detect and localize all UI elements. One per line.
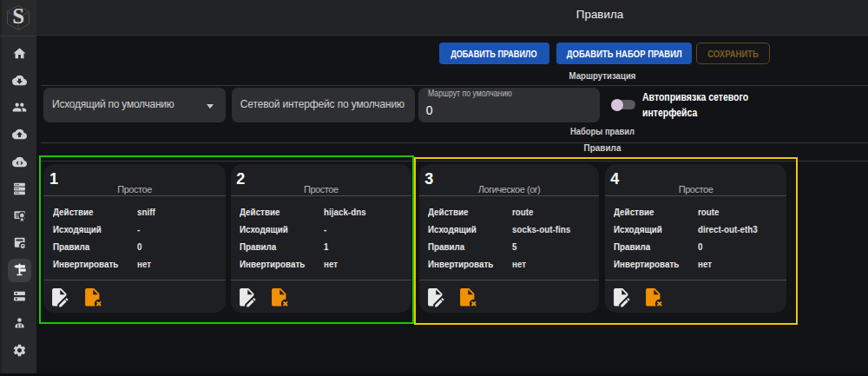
svg-text:S: S <box>12 4 24 28</box>
